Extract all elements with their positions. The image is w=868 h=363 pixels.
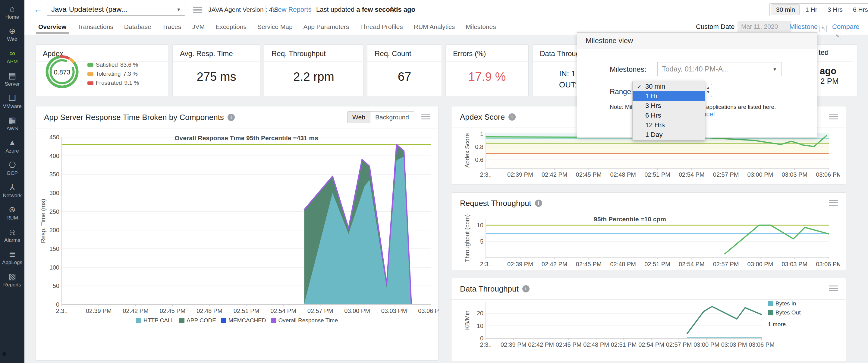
- range-dropdown-option[interactable]: ✓ 1 Day: [632, 130, 705, 140]
- x-axis-tick-label: 02:39 PM: [502, 171, 538, 178]
- main-chart-legend: HTTP CALL APP CODE MEMCACHED Overall Res…: [35, 317, 438, 324]
- info-icon[interactable]: i: [522, 285, 530, 293]
- popup-note-right: applications are listed here.: [706, 104, 776, 110]
- x-axis-tick-label: 02:48 PM: [605, 261, 641, 268]
- tab[interactable]: Traces: [161, 20, 182, 33]
- toggle-option[interactable]: Background: [370, 112, 414, 123]
- tab[interactable]: Thread Profiles: [359, 20, 403, 33]
- custom-date-label: Custom Date: [696, 23, 735, 31]
- info-icon[interactable]: i: [535, 200, 542, 207]
- legend-more-link[interactable]: 1 more...: [768, 321, 801, 328]
- data-in-value: IN: 1: [559, 68, 577, 79]
- tab[interactable]: Service Map: [257, 20, 293, 33]
- legend-item[interactable]: HTTP CALL: [136, 317, 174, 324]
- sidebar-item[interactable]: ⊕ Web: [0, 27, 24, 42]
- sidebar-item[interactable]: ⎔ GCP: [0, 160, 24, 176]
- tab[interactable]: Overview: [38, 20, 67, 33]
- tab[interactable]: App Parameters: [303, 20, 350, 33]
- sidebar-item[interactable]: ❏ VMware: [0, 93, 24, 110]
- option-label: 12 Hrs: [645, 121, 665, 129]
- sidebar-item[interactable]: ⊛ RUM: [0, 205, 24, 221]
- milestone-link[interactable]: Milestone✎: [789, 23, 827, 32]
- legend-label: Frustrated: [96, 80, 122, 86]
- y-axis-tick-label: 0: [38, 301, 59, 308]
- sidebar-item-label: AppLogs: [2, 260, 22, 266]
- tab[interactable]: Transactions: [76, 20, 114, 33]
- range-dropdown-option[interactable]: ✓ 3 Hrs: [632, 101, 705, 111]
- sidebar-item-icon: ⎔: [9, 160, 16, 170]
- legend-item[interactable]: MEMCACHED: [221, 317, 266, 324]
- x-axis-tick-label: 03:00 PM: [339, 307, 375, 314]
- x-axis-tick-label: 03:06 PM: [744, 341, 780, 348]
- sidebar-item[interactable]: ≣ AppLogs: [0, 250, 24, 266]
- sidebar-item-icon: ⅄: [10, 183, 15, 192]
- x-axis-tick-label: 03:06 PM: [811, 261, 840, 268]
- legend-label: APP CODE: [187, 317, 216, 324]
- menu-icon[interactable]: [193, 7, 202, 13]
- x-axis-tick-label: 03:03 PM: [776, 261, 812, 268]
- legend-item[interactable]: Overall Response Time: [271, 317, 338, 324]
- custom-date-input[interactable]: [738, 21, 792, 32]
- compare-link[interactable]: Compare✎: [832, 23, 868, 40]
- edit-icon[interactable]: ✎: [819, 25, 827, 32]
- range-dropdown-option[interactable]: ✓ 30 min: [632, 82, 705, 91]
- x-axis-tick-label: 03:06 PM: [413, 307, 438, 314]
- panel-menu-icon[interactable]: [829, 285, 838, 291]
- option-label: 3 Hrs: [645, 102, 661, 110]
- time-range-option[interactable]: 30 min: [772, 4, 800, 15]
- chevron-down-icon: ▼: [176, 7, 181, 12]
- sidebar-item-label: Server: [4, 81, 20, 87]
- back-arrow-icon[interactable]: ←: [33, 4, 42, 14]
- tab[interactable]: Exceptions: [215, 20, 247, 33]
- info-icon[interactable]: i: [508, 113, 516, 121]
- sidebar-item[interactable]: ▦ AWS: [0, 116, 24, 132]
- time-range-option[interactable]: 3 Hrs: [823, 4, 847, 15]
- y-axis-tick-label: 350: [38, 171, 59, 178]
- sidebar-item-label: Alarms: [4, 237, 20, 243]
- x-axis-tick-label: 02:42 PM: [118, 307, 154, 314]
- sidebar-item-label: AWS: [6, 126, 18, 132]
- range-dropdown-option[interactable]: ✓ 1 Hr: [632, 91, 705, 101]
- panel-menu-icon[interactable]: [421, 114, 430, 119]
- sidebar-item[interactable]: ▤ Server: [0, 71, 24, 87]
- range-dropdown-list: ✓ 30 min ✓ 1 Hr ✓ 3 Hrs ✓ 6 Hrs ✓ 12 Hrs…: [632, 81, 705, 141]
- sidebar-item[interactable]: ⍾ Alarms: [0, 227, 24, 243]
- legend-swatch: [87, 82, 93, 85]
- info-icon[interactable]: i: [227, 114, 235, 121]
- tab[interactable]: Database: [124, 20, 152, 33]
- toggle-option[interactable]: Web: [347, 112, 370, 123]
- sidebar-item[interactable]: ▧ Reports: [0, 272, 24, 288]
- edit-icon[interactable]: ✎: [834, 33, 841, 40]
- legend-label: Bytes Out: [775, 309, 801, 316]
- panel-menu-icon[interactable]: [829, 114, 838, 119]
- refresh-icon[interactable]: ↻: [390, 5, 396, 13]
- apdex-legend-row: Tolerating 7.3 %: [87, 70, 139, 77]
- tab[interactable]: Milestones: [465, 20, 496, 33]
- kpi-value: 67: [367, 70, 441, 84]
- option-label: 6 Hrs: [645, 112, 661, 119]
- panel-menu-icon[interactable]: [829, 200, 838, 206]
- milestones-select[interactable]: Today, 01:40 PM-A... ▼: [657, 62, 781, 76]
- range-dropdown-option[interactable]: ✓ 12 Hrs: [632, 120, 705, 130]
- legend-item[interactable]: APP CODE: [179, 317, 216, 324]
- time-range-option[interactable]: 6 Hrs: [848, 4, 868, 15]
- legend-item[interactable]: Bytes In: [768, 300, 801, 307]
- x-axis-tick-label: 02:57 PM: [302, 307, 338, 314]
- application-selector[interactable]: Java-Updatetest (paw... ▼: [47, 3, 185, 16]
- sidebar-item-label: Network: [3, 193, 22, 199]
- check-icon: ✓: [637, 83, 645, 90]
- sidebar-item[interactable]: ⌂ Home: [0, 4, 24, 20]
- response-time-chart: 2:3..02:39 PM02:42 PM02:45 PM02:48 PM02:…: [35, 130, 438, 335]
- legend-pct: 7.3 %: [123, 70, 138, 77]
- sidebar-item[interactable]: ⅄ Network: [0, 183, 24, 199]
- view-reports-link[interactable]: View Reports: [272, 6, 311, 13]
- time-range-option[interactable]: 1 Hr: [801, 4, 822, 15]
- sidebar-item[interactable]: ∞ APM: [0, 49, 24, 65]
- tab[interactable]: RUM Analytics: [413, 20, 456, 33]
- legend-item[interactable]: Bytes Out: [768, 309, 801, 316]
- tab[interactable]: JVM: [191, 20, 205, 33]
- sidebar-item[interactable]: ▲ Azure: [0, 138, 24, 154]
- kpi-title: Avg. Resp. Time: [173, 44, 260, 62]
- sidebar-item-label: RUM: [6, 215, 18, 221]
- range-dropdown-option[interactable]: ✓ 6 Hrs: [632, 111, 705, 120]
